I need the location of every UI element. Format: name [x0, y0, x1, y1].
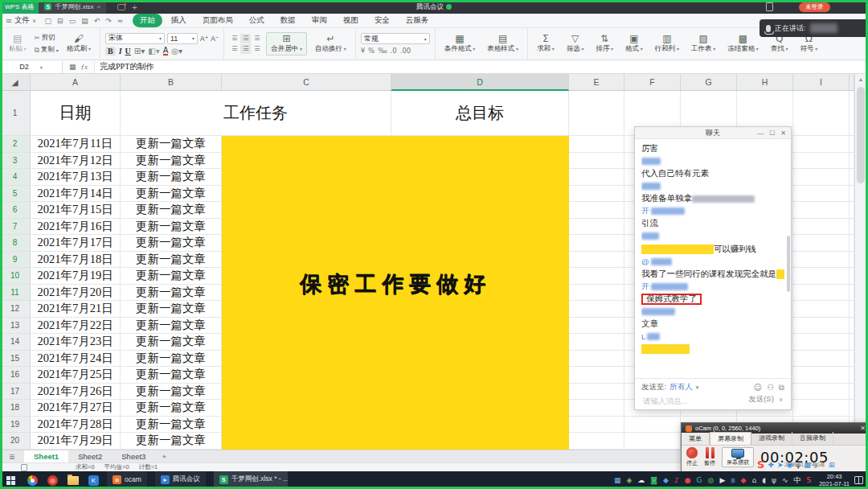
bold-button[interactable]: B — [105, 47, 116, 55]
cell[interactable] — [793, 268, 850, 285]
login-button[interactable]: 未登录 — [799, 2, 830, 12]
ribbon-tab-审阅[interactable]: 审阅 — [305, 14, 334, 27]
cell[interactable]: 工作任务 — [121, 91, 391, 136]
cell[interactable] — [793, 169, 850, 186]
ribbon-tab-安全[interactable]: 安全 — [367, 14, 397, 27]
cell[interactable] — [569, 186, 624, 203]
row-header-8[interactable]: 8 — [0, 235, 31, 252]
ribbon-button-格式[interactable]: ▣格式 — [621, 33, 647, 55]
cell[interactable] — [569, 285, 624, 302]
cell[interactable] — [569, 400, 624, 417]
cell[interactable] — [569, 202, 624, 219]
row-header-18[interactable]: 18 — [0, 400, 31, 417]
format-painter-button[interactable]: 🖌 格式刷 — [63, 33, 95, 55]
cell[interactable]: 更新一篇文章 — [121, 285, 222, 302]
emoji-icon[interactable]: ☺ — [753, 383, 761, 392]
row-header-4[interactable]: 4 — [0, 169, 31, 186]
paste-button[interactable]: ▤ 粘贴 — [5, 33, 31, 55]
tray-icon[interactable]: ◈ — [626, 476, 632, 484]
font-color-button[interactable]: A — [163, 47, 169, 55]
flyout-icon[interactable]: ◗ — [814, 461, 818, 469]
taskbar-clock[interactable]: 20:43 2021-07-11 — [814, 473, 854, 487]
row-header-17[interactable]: 17 — [0, 384, 31, 401]
add-sheet-button[interactable]: + — [155, 450, 173, 462]
send-to-caret-icon[interactable]: ▾ — [696, 384, 699, 391]
tray-icon[interactable]: 中 — [793, 476, 800, 484]
cell[interactable] — [569, 91, 624, 136]
cell[interactable] — [793, 334, 850, 351]
flyout-icon[interactable]: ◉ — [786, 461, 792, 469]
cell[interactable] — [793, 202, 850, 219]
k-app-icon[interactable]: K — [88, 475, 99, 486]
align-middle-button[interactable]: ☰ — [240, 34, 251, 43]
cell[interactable]: 更新一篇文章 — [121, 384, 222, 401]
cell[interactable] — [793, 219, 850, 236]
quick-access-icon[interactable]: ▭ — [66, 17, 79, 25]
row-header-15[interactable]: 15 — [0, 351, 31, 368]
merge-center-button[interactable]: ⊞ 合并居中 — [266, 32, 307, 55]
cell[interactable]: 2021年7月26日 — [31, 384, 121, 401]
underline-button[interactable]: U — [125, 47, 131, 55]
sheet-tab-Sheet1[interactable]: Sheet1 — [24, 450, 68, 462]
row-header-7[interactable]: 7 — [0, 219, 31, 236]
scroll-up-icon[interactable]: ▲ — [855, 74, 866, 85]
tray-icon[interactable]: ▦ — [614, 476, 621, 484]
chat-close-icon[interactable]: ✕ — [780, 129, 786, 137]
cell[interactable] — [569, 252, 624, 269]
tray-icon[interactable]: ◖ — [762, 476, 766, 484]
cell[interactable] — [569, 235, 624, 252]
cell[interactable]: 总目标 — [391, 91, 569, 136]
yellow-note-shape[interactable]: 保密工作要做好 — [222, 136, 569, 450]
tray-icon[interactable]: ∿ — [782, 476, 788, 484]
cell[interactable] — [569, 351, 624, 368]
row-header-13[interactable]: 13 — [0, 318, 31, 335]
sheet-vertical-scrollbar[interactable]: ▲ — [854, 74, 866, 450]
align-right-button[interactable]: ☰ — [252, 44, 262, 54]
cell[interactable]: 2021年7月19日 — [31, 268, 121, 285]
cell[interactable]: 更新一篇文章 — [121, 268, 222, 285]
flyout-icon[interactable]: ✚ — [768, 461, 774, 469]
cell[interactable] — [793, 400, 850, 417]
tray-icon[interactable]: ◙ — [650, 476, 657, 484]
ribbon-tab-视图[interactable]: 视图 — [336, 14, 366, 27]
file-explorer-icon[interactable] — [68, 476, 79, 485]
cell[interactable] — [793, 351, 850, 368]
cell[interactable]: 更新一篇文章 — [121, 169, 222, 186]
taskbar-app-1[interactable]: oocam — [107, 471, 147, 489]
file-menu[interactable]: ≡ 文件 ∨ — [0, 15, 42, 26]
cell[interactable]: 2021年7月24日 — [31, 351, 121, 368]
row-header-16[interactable]: 16 — [0, 367, 31, 384]
cell[interactable]: 更新一篇文章 — [121, 400, 222, 417]
column-header-E[interactable]: E — [569, 74, 624, 91]
cell[interactable] — [793, 252, 850, 269]
chat-titlebar[interactable]: 聊天 — ☐ ✕ — [635, 127, 791, 139]
cell[interactable] — [624, 417, 681, 434]
cell[interactable]: 更新一篇文章 — [121, 186, 222, 203]
tray-icon[interactable]: ◆ — [663, 476, 669, 484]
flyout-icon[interactable]: ψ — [796, 461, 800, 469]
scrollbar-thumb[interactable] — [857, 87, 865, 183]
ribbon-tab-开始[interactable]: 开始 — [133, 14, 162, 27]
cell[interactable]: 更新一篇文章 — [121, 301, 222, 318]
ocam-tab-音频录制[interactable]: 音频录制 — [792, 432, 833, 445]
cell[interactable]: 更新一篇文章 — [121, 367, 222, 384]
close-doc-icon[interactable]: × — [96, 3, 100, 10]
cell[interactable]: 2021年7月11日 — [31, 136, 121, 153]
message-bubble-icon[interactable] — [117, 4, 125, 10]
ribbon-tab-插入[interactable]: 插入 — [164, 14, 194, 27]
row-header-2[interactable]: 2 — [0, 136, 31, 153]
flyout-icon[interactable]: Y — [821, 461, 826, 469]
cell[interactable]: 2021年7月25日 — [31, 367, 121, 384]
row-header-12[interactable]: 12 — [0, 301, 31, 318]
copy-button[interactable]: ⧉复制▾ — [35, 45, 59, 55]
row-header-3[interactable]: 3 — [0, 153, 31, 170]
ocam-pause-button[interactable]: 暂停 — [704, 447, 715, 467]
sheet-tab-Sheet3[interactable]: Sheet3 — [112, 450, 155, 462]
cell[interactable]: 2021年7月28日 — [31, 417, 121, 434]
browser-icon[interactable] — [27, 475, 38, 486]
cell[interactable]: 2021年7月16日 — [31, 219, 121, 236]
cell[interactable] — [793, 235, 850, 252]
cell[interactable]: 2021年7月14日 — [31, 186, 121, 203]
row-header-10[interactable]: 10 — [0, 268, 31, 285]
ribbon-button-表格样式[interactable]: ▤表格样式 — [483, 33, 522, 55]
